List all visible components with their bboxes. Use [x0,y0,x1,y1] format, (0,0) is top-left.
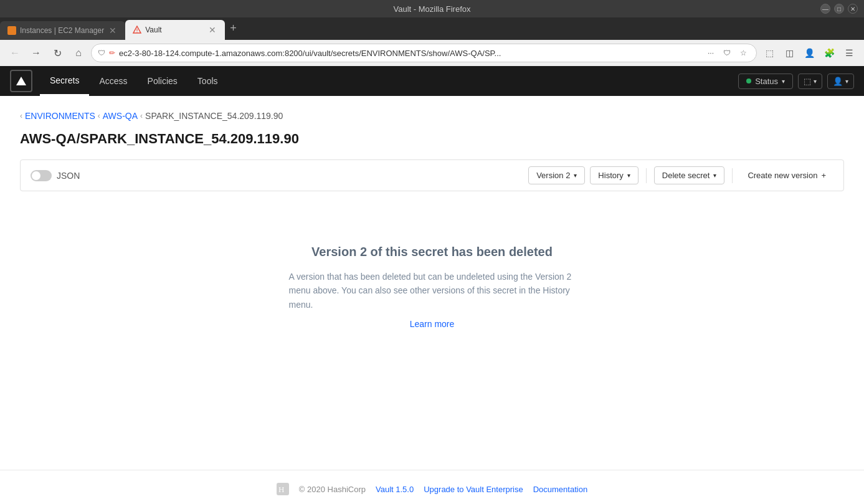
main-content: ‹ ENVIRONMENTS ‹ AWS-QA ‹ SPARK_INSTANCE… [0,96,864,470]
vault-favicon-icon [133,26,141,34]
user-chevron-icon: ▾ [845,78,848,85]
sidebar-button[interactable]: ◫ [781,44,798,62]
footer: H © 2020 HashiCorp Vault 1.5.0 Upgrade t… [0,470,864,504]
address-bar-row: ← → ↻ ⌂ 🛡 ✏ ec2-3-80-18-124.compute-1.am… [0,40,864,66]
breadcrumb-environments[interactable]: ENVIRONMENTS [25,111,95,121]
nav-link-access[interactable]: Access [89,66,137,96]
ec2-favicon-icon [7,26,16,35]
breadcrumb-current: SPARK_INSTANCE_54.209.119.90 [145,111,283,121]
title-bar: Vault - Mozilla Firefox — □ ✕ [0,0,864,17]
version-button[interactable]: Version 2 ▾ [528,166,585,184]
close-button[interactable]: ✕ [848,4,858,14]
tab-ec2[interactable]: Instances | EC2 Manager ✕ [0,21,125,40]
maximize-button[interactable]: □ [834,4,844,14]
vault-navbar: Secrets Access Policies Tools Status ▾ ⬚… [0,66,864,96]
nav-link-secrets[interactable]: Secrets [40,66,89,96]
star-button[interactable]: ☆ [736,46,750,60]
footer-logo: H [277,483,289,495]
breadcrumb-sep-before-awsqa: ‹ [98,112,100,120]
hashicorp-logo-icon: H [277,483,289,495]
toolbar-divider [646,168,647,183]
status-label: Status [755,77,778,86]
tab-vault-label: Vault [145,26,161,34]
status-button[interactable]: Status ▾ [738,74,793,89]
new-tab-button[interactable]: + [225,22,242,35]
status-dot-icon [746,78,751,83]
edit-icon: ✏ [109,49,115,57]
minimize-button[interactable]: — [820,4,830,14]
browser-chrome: Vault - Mozilla Firefox — □ ✕ Instances … [0,0,864,66]
vault-triangle-icon [16,77,26,85]
extensions-button[interactable]: 🧩 [820,44,838,62]
history-chevron-icon: ▾ [627,172,630,179]
nav-links: Secrets Access Policies Tools [40,66,228,96]
page-title: AWS-QA/SPARK_INSTANCE_54.209.119.90 [20,131,844,147]
nav-right: Status ▾ ⬚ ▾ 👤 ▾ [738,74,854,89]
breadcrumb-awsqa[interactable]: AWS-QA [103,111,138,121]
tab-ec2-label: Instances | EC2 Manager [20,26,104,35]
delete-label: Delete secret [662,171,710,180]
history-label: History [598,171,623,180]
forward-button[interactable]: → [27,44,45,62]
create-new-version-button[interactable]: Create new version + [740,167,833,184]
svg-text:H: H [278,485,284,494]
json-toggle-label: JSON [57,171,80,181]
tab-ec2-close-icon[interactable]: ✕ [108,26,118,36]
panel-chevron-icon: ▾ [814,78,817,85]
message-body: A version that has been deleted but can … [289,270,576,311]
profile-button[interactable]: 👤 [800,44,818,62]
vault-version-link[interactable]: Vault 1.5.0 [376,485,414,494]
create-icon: + [821,171,826,180]
deleted-version-message: Version 2 of this secret has been delete… [277,206,588,366]
nav-user-button[interactable]: 👤 ▾ [827,74,854,89]
menu-button[interactable]: ☰ [840,44,858,62]
tab-vault-close-icon[interactable]: ✕ [207,25,217,35]
browser-toolbar-icons: ⬚ ◫ 👤 🧩 ☰ [761,44,858,62]
delete-chevron-icon: ▾ [713,172,716,179]
breadcrumb: ‹ ENVIRONMENTS ‹ AWS-QA ‹ SPARK_INSTANCE… [20,111,844,121]
bookmark-shield-button[interactable]: 🛡 [720,46,734,60]
reading-list-button[interactable]: ⬚ [761,44,778,62]
vault-app: Secrets Access Policies Tools Status ▾ ⬚… [0,66,864,504]
footer-copyright: © 2020 HashiCorp [299,485,366,494]
json-toggle[interactable] [31,170,52,181]
address-more-button[interactable]: ··· [704,46,718,60]
browser-title: Vault - Mozilla Firefox [393,4,470,14]
version-chevron-icon: ▾ [574,172,577,179]
svg-point-2 [137,32,138,32]
message-title: Version 2 of this secret has been delete… [311,244,553,260]
create-new-label: Create new version [748,171,817,180]
nav-panel-button[interactable]: ⬚ ▾ [798,74,822,89]
version-label: Version 2 [536,171,570,180]
secret-toolbar: JSON Version 2 ▾ History ▾ Delete secret… [20,159,844,191]
window-controls: — □ ✕ [820,4,858,14]
address-bar[interactable]: 🛡 ✏ ec2-3-80-18-124.compute-1.amazonaws.… [91,44,757,62]
documentation-link[interactable]: Documentation [533,485,587,494]
json-toggle-container: JSON [31,170,80,181]
learn-more-link[interactable]: Learn more [410,319,455,329]
tab-bar: Instances | EC2 Manager ✕ Vault ✕ + [0,17,864,40]
history-button[interactable]: History ▾ [590,166,638,184]
tab-vault[interactable]: Vault ✕ [125,20,225,40]
toolbar-divider-2 [732,168,733,183]
breadcrumb-sep-before-environments: ‹ [20,112,22,120]
delete-secret-button[interactable]: Delete secret ▾ [654,166,725,184]
address-text: ec2-3-80-18-124.compute-1.amazonaws.com:… [119,49,700,58]
toolbar-actions: Version 2 ▾ History ▾ Delete secret ▾ Cr… [528,166,833,184]
upgrade-link[interactable]: Upgrade to Vault Enterprise [424,485,523,494]
reload-button[interactable]: ↻ [49,44,66,62]
breadcrumb-sep-before-current: ‹ [140,112,143,120]
nav-link-policies[interactable]: Policies [138,66,188,96]
vault-logo-icon [10,70,32,92]
address-actions: ··· 🛡 ☆ [704,46,750,60]
toggle-knob-icon [32,171,40,180]
nav-link-tools[interactable]: Tools [188,66,228,96]
shield-icon: 🛡 [98,49,105,57]
home-button[interactable]: ⌂ [70,44,87,62]
status-chevron-icon: ▾ [782,78,785,85]
back-button[interactable]: ← [6,44,24,62]
